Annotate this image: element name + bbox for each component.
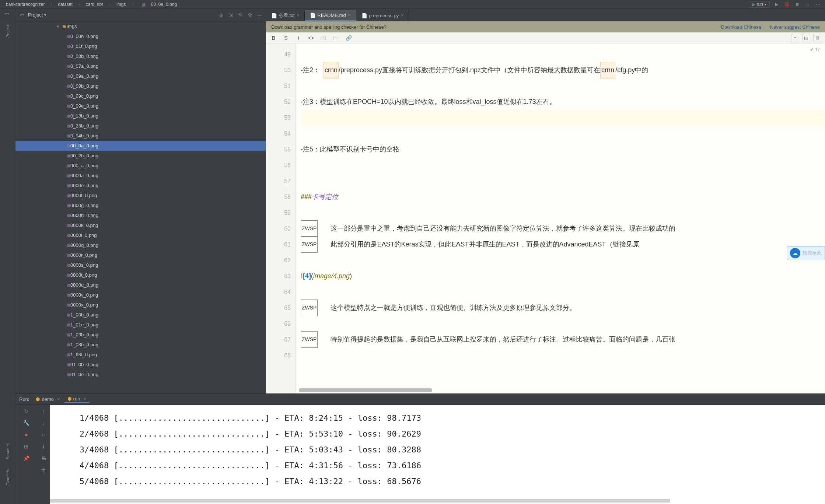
breadcrumb-item[interactable]: ▦ 00_0a_0.png (137, 1, 181, 7)
tree-file[interactable]: ▦ 0_09c_0.png (15, 91, 266, 101)
horizontal-scrollbar[interactable] (299, 388, 432, 392)
baidu-float-widget[interactable]: ☁ 拖拽至此 (787, 246, 825, 260)
close-icon[interactable]: × (401, 13, 403, 18)
code-content[interactable]: - 注2： crnn/preprocess.py直接将可训练数据分开打包到.np… (296, 43, 825, 393)
tree-file[interactable]: ▦ 0000k_0.png (15, 220, 266, 230)
debug-button[interactable]: 🐞 (784, 1, 790, 8)
project-dropdown[interactable]: Project ▾ (28, 12, 46, 18)
more-button[interactable]: ⋯ (815, 1, 821, 8)
tree-file[interactable]: ▦ 0000s_0.png (15, 260, 266, 270)
tree-file[interactable]: ▦ 0000x_0.png (15, 300, 266, 310)
project-side-tab[interactable]: Project (5, 23, 11, 40)
pin-button[interactable]: 📌 (22, 454, 30, 462)
favorites-side-tab[interactable]: Favorites (5, 467, 11, 488)
tree-file[interactable]: ▦ 1_08b_0.png (15, 340, 266, 350)
tree-file[interactable]: ▦ 0_13b_0.png (15, 111, 266, 121)
tree-file[interactable]: ▦ 0000a_0.png (15, 171, 266, 181)
settings-icon[interactable]: ✿ (246, 11, 254, 19)
tree-file[interactable]: ▦ 0_01f_0.png (15, 41, 266, 51)
collapse-icon[interactable]: ⇱ (237, 11, 244, 19)
expand-icon[interactable]: ⇲ (227, 11, 234, 19)
tree-file[interactable]: ▦ 01_0b_0.png (15, 360, 266, 370)
run-button[interactable]: ▶ (773, 1, 780, 8)
tree-folder-imgs[interactable]: ▾ 🖿 imgs (15, 21, 266, 31)
tree-file[interactable]: ▦ 0_03b_0.png (15, 51, 266, 61)
horizontal-scrollbar[interactable] (50, 499, 825, 503)
tree-file[interactable]: ▦ 0_07a_0.png (15, 61, 266, 71)
caret-down-icon[interactable]: ▾ (57, 24, 60, 29)
h1-button[interactable]: H1 (320, 35, 327, 41)
layout-button[interactable]: ⊞ (22, 442, 30, 451)
tree-file[interactable]: ▦ 0_00h_0.png (15, 31, 266, 41)
close-icon[interactable]: × (57, 396, 60, 402)
tree-file[interactable]: ▦ 0000q_0.png (15, 240, 266, 250)
tree-file[interactable]: ▦ 1_68f_0.png (15, 350, 266, 360)
project-tool-icon[interactable]: ▭ (4, 11, 11, 18)
editor-tab[interactable]: 📄README.md× (305, 10, 356, 21)
editor-view-button[interactable]: ≡ (791, 34, 799, 42)
stop-button[interactable]: ■ (794, 1, 801, 8)
tree-file[interactable]: ▦ 0_09e_0.png (15, 101, 266, 111)
run-config-dropdown[interactable]: ▶ run ▾ (749, 1, 770, 8)
tree-file[interactable]: ▦ 0000r_0.png (15, 250, 266, 260)
editor-tab[interactable]: 📄必看.txt× (266, 10, 305, 21)
project-tree[interactable]: ▾ 🖿 imgs ▦ 0_00h_0.png▦ 0_01f_0.png▦ 0_0… (15, 21, 266, 393)
tree-file[interactable]: ▦ 0000f_0.png (15, 190, 266, 200)
print-button[interactable]: 🖶 (39, 454, 48, 462)
run-tab[interactable]: ⬢run× (64, 395, 89, 403)
tree-file[interactable]: ▦ 0000u_0.png (15, 280, 266, 290)
inspection-badge[interactable]: ✔ 17 (810, 47, 820, 52)
close-icon[interactable]: × (297, 13, 299, 18)
editor-body[interactable]: 4950515253545556575859606162636465666768… (266, 43, 825, 393)
modify-run-button[interactable]: 🔧 (22, 419, 30, 427)
breadcrumb-item[interactable]: bankcardrecognizer (4, 1, 47, 7)
run-tab[interactable]: ⬢demo× (33, 395, 63, 403)
tree-file[interactable]: ▦ 0000l_0.png (15, 230, 266, 240)
download-chinese-link[interactable]: Download Chinese (721, 24, 761, 30)
h2-button[interactable]: H↑ (332, 35, 340, 41)
tree-file[interactable]: ▦ 0000e_0.png (15, 181, 266, 190)
tree-file[interactable]: ▦ 0_09b_0.png (15, 81, 266, 91)
tree-file[interactable]: ▦ 0000v_0.png (15, 290, 266, 300)
scroll-end-button[interactable]: ⤓ (39, 442, 48, 451)
up-button[interactable]: ↑ (39, 407, 48, 415)
code-button[interactable]: <> (307, 35, 315, 41)
tree-file[interactable]: ▦ 0_09a_0.png (15, 71, 266, 81)
split-view-button[interactable]: ⫿⫿ (802, 34, 810, 42)
tree-file[interactable]: ▦ 0000g_0.png (15, 200, 266, 210)
console-output[interactable]: 1/4068 [..............................] … (50, 405, 825, 504)
breadcrumb-item[interactable]: imgs (114, 1, 128, 7)
hide-icon[interactable]: — (256, 11, 263, 19)
tree-file[interactable]: ▦ 00_0a_0.png (15, 141, 266, 151)
editor-tab[interactable]: 📄preprocess.py× (356, 10, 409, 21)
stop-button[interactable]: ■ (22, 431, 30, 439)
soft-wrap-button[interactable]: ↩ (39, 431, 48, 439)
tree-file[interactable]: ▦ 0000t_0.png (15, 270, 266, 280)
italic-button[interactable]: I (295, 35, 302, 41)
tree-file[interactable]: ▦ 00_2b_0.png (15, 151, 266, 161)
down-button[interactable]: ↓ (39, 419, 48, 427)
link-button[interactable]: 🔗 (345, 35, 352, 41)
bold-button[interactable]: B (270, 35, 277, 41)
breadcrumb-item[interactable]: card_nbr (84, 1, 105, 7)
tree-file[interactable]: ▦ 000_a_0.png (15, 161, 266, 171)
close-icon[interactable]: × (83, 396, 86, 402)
close-icon[interactable]: × (348, 13, 351, 18)
locate-icon[interactable]: ⊕ (217, 11, 225, 19)
tree-file[interactable]: ▦ 0000h_0.png (15, 210, 266, 220)
tree-file[interactable]: ▦ 0_94b_0.png (15, 131, 266, 141)
tree-file[interactable]: ▦ 0_28b_0.png (15, 121, 266, 131)
strikethrough-button[interactable]: S (282, 35, 290, 41)
image-file-icon: ▦ (67, 323, 70, 327)
tree-file[interactable]: ▦ 1_03b_0.png (15, 330, 266, 340)
structure-side-tab[interactable]: Structure (5, 441, 11, 462)
tree-file[interactable]: ▦ 01_0e_0.png (15, 370, 266, 379)
never-suggest-link[interactable]: Never suggest Chinese (770, 24, 820, 30)
search-button[interactable]: ⌕ (804, 1, 811, 8)
tree-file[interactable]: ▦ 1_00b_0.png (15, 310, 266, 320)
preview-view-button[interactable]: ▤ (813, 34, 821, 42)
rerun-button[interactable]: ↻ (22, 407, 30, 415)
clear-button[interactable]: 🗑 (39, 466, 48, 474)
tree-file[interactable]: ▦ 1_01e_0.png (15, 320, 266, 330)
breadcrumb-item[interactable]: dataset (56, 1, 74, 7)
